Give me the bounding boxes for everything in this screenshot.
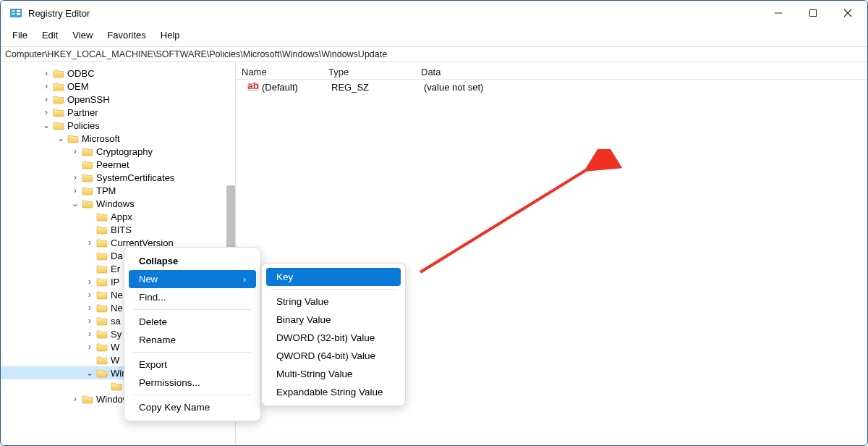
tree-node[interactable]: Peernet bbox=[96, 159, 129, 170]
ctx-find[interactable]: Find... bbox=[129, 288, 256, 306]
tree-node[interactable]: Appx bbox=[111, 211, 132, 222]
expand-icon[interactable] bbox=[85, 237, 95, 248]
address-bar[interactable]: Computer\HKEY_LOCAL_MACHINE\SOFTWARE\Pol… bbox=[1, 46, 867, 62]
tree-node[interactable]: BITS bbox=[111, 224, 132, 235]
column-data[interactable]: Data bbox=[415, 65, 867, 79]
folder-icon bbox=[53, 94, 64, 104]
ctx-delete[interactable]: Delete bbox=[129, 313, 256, 331]
tree-node[interactable]: Policies bbox=[67, 120, 100, 131]
folder-icon bbox=[82, 172, 93, 182]
column-type[interactable]: Type bbox=[323, 65, 415, 79]
collapse-icon[interactable] bbox=[85, 368, 95, 378]
folder-icon bbox=[96, 264, 108, 274]
collapse-icon[interactable] bbox=[70, 198, 80, 209]
folder-icon bbox=[82, 146, 93, 156]
maximize-button[interactable] bbox=[796, 2, 830, 24]
tree-node[interactable]: sa bbox=[111, 316, 121, 327]
expand-icon[interactable] bbox=[85, 316, 95, 326]
tree-node[interactable]: W bbox=[111, 342, 119, 353]
tree-node[interactable]: ODBC bbox=[67, 68, 95, 79]
titlebar: Registry Editor bbox=[1, 1, 867, 25]
expand-icon[interactable] bbox=[85, 303, 95, 313]
value-name: (Default) bbox=[262, 82, 331, 93]
tree-node[interactable]: Windows bbox=[96, 198, 135, 209]
folder-icon bbox=[82, 198, 93, 209]
expand-icon[interactable] bbox=[85, 277, 95, 287]
close-button[interactable] bbox=[831, 2, 864, 24]
tree-node[interactable]: OEM bbox=[67, 81, 89, 92]
ctx-copy-key-name[interactable]: Copy Key Name bbox=[129, 398, 256, 416]
folder-icon bbox=[96, 342, 108, 352]
expand-icon[interactable] bbox=[70, 185, 80, 195]
ctx-rename[interactable]: Rename bbox=[129, 331, 256, 349]
list-header: Name Type Data bbox=[236, 65, 867, 80]
svg-rect-6 bbox=[810, 10, 817, 17]
ctx-collapse[interactable]: Collapse bbox=[129, 252, 256, 270]
value-type: REG_SZ bbox=[331, 82, 424, 93]
tree-node[interactable]: Ne bbox=[111, 290, 123, 300]
menubar: File Edit View Favorites Help bbox=[1, 25, 867, 46]
expand-icon[interactable] bbox=[85, 342, 95, 352]
value-data: (value not set) bbox=[424, 82, 867, 93]
collapse-icon[interactable] bbox=[56, 133, 66, 143]
separator bbox=[133, 395, 252, 395]
expand-icon[interactable] bbox=[41, 94, 51, 104]
ctx-new-multi[interactable]: Multi-String Value bbox=[266, 365, 401, 383]
svg-rect-2 bbox=[12, 13, 15, 15]
column-name[interactable]: Name bbox=[236, 65, 323, 79]
context-menu: Collapse New› Find... Delete Rename Expo… bbox=[124, 247, 261, 421]
folder-icon bbox=[96, 251, 108, 261]
tree-node[interactable]: IP bbox=[111, 277, 119, 287]
folder-icon bbox=[96, 237, 108, 248]
tree-node[interactable]: Microsoft bbox=[82, 133, 120, 144]
expand-icon[interactable] bbox=[70, 172, 80, 182]
svg-rect-4 bbox=[17, 13, 20, 15]
ctx-new-binary[interactable]: Binary Value bbox=[266, 311, 401, 329]
ctx-new-expandable[interactable]: Expandable String Value bbox=[266, 383, 401, 401]
tree-node[interactable]: W bbox=[111, 355, 119, 366]
folder-icon bbox=[96, 303, 108, 313]
ctx-new-key[interactable]: Key bbox=[266, 268, 401, 286]
collapse-icon[interactable] bbox=[41, 120, 51, 130]
ctx-new-string[interactable]: String Value bbox=[266, 293, 401, 311]
folder-icon bbox=[111, 381, 122, 391]
window-title: Registry Editor bbox=[28, 8, 90, 19]
ctx-permissions[interactable]: Permissions... bbox=[129, 374, 256, 392]
tree-node[interactable]: Sy bbox=[111, 329, 122, 340]
tree-node[interactable]: Er bbox=[111, 264, 120, 274]
expand-icon[interactable] bbox=[85, 290, 95, 300]
ctx-export[interactable]: Export bbox=[129, 355, 256, 374]
tree-node[interactable]: Da bbox=[111, 251, 123, 261]
folder-icon bbox=[82, 394, 93, 404]
expand-icon[interactable] bbox=[70, 146, 80, 156]
svg-rect-3 bbox=[17, 10, 20, 12]
menu-view[interactable]: View bbox=[67, 28, 98, 42]
tree-node[interactable]: Partner bbox=[67, 107, 98, 118]
folder-icon bbox=[96, 316, 108, 326]
minimize-button[interactable] bbox=[762, 2, 795, 24]
tree-node[interactable]: Cryptography bbox=[96, 146, 153, 157]
folder-icon bbox=[53, 81, 64, 91]
context-submenu-new: Key String Value Binary Value DWORD (32-… bbox=[261, 263, 406, 406]
svg-text:ab: ab bbox=[247, 81, 258, 91]
menu-favorites[interactable]: Favorites bbox=[101, 28, 151, 42]
expand-icon[interactable] bbox=[41, 107, 51, 117]
ctx-new[interactable]: New› bbox=[129, 270, 256, 288]
folder-icon bbox=[96, 277, 108, 287]
separator bbox=[133, 352, 252, 353]
separator bbox=[271, 289, 396, 290]
ctx-new-dword[interactable]: DWORD (32-bit) Value bbox=[266, 329, 401, 347]
expand-icon[interactable] bbox=[70, 394, 80, 404]
expand-icon[interactable] bbox=[85, 329, 95, 339]
menu-edit[interactable]: Edit bbox=[36, 28, 64, 42]
expand-icon[interactable] bbox=[41, 68, 51, 78]
expand-icon[interactable] bbox=[41, 81, 51, 91]
tree-node[interactable]: OpenSSH bbox=[67, 94, 110, 105]
tree-node[interactable]: Ne bbox=[111, 303, 123, 314]
list-item[interactable]: ab (Default) REG_SZ (value not set) bbox=[236, 80, 867, 94]
tree-node[interactable]: TPM bbox=[96, 185, 116, 196]
menu-help[interactable]: Help bbox=[155, 28, 186, 42]
ctx-new-qword[interactable]: QWORD (64-bit) Value bbox=[266, 347, 401, 365]
tree-node[interactable]: SystemCertificates bbox=[96, 172, 174, 183]
menu-file[interactable]: File bbox=[7, 28, 33, 42]
